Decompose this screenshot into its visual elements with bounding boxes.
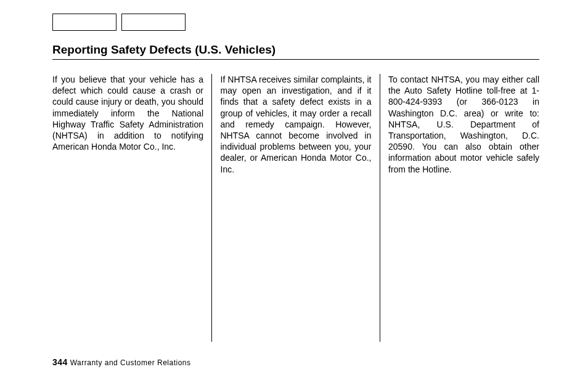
column-3: To contact NHTSA, you may either call th…: [388, 74, 539, 342]
body-columns: If you believe that your vehicle has a d…: [52, 74, 539, 342]
column-1: If you believe that your vehicle has a d…: [52, 74, 203, 342]
page-title: Reporting Safety Defects (U.S. Vehicles): [52, 43, 276, 57]
column-2: If NHTSA receives similar com­plaints, i…: [221, 74, 372, 342]
nav-button-next[interactable]: [121, 14, 186, 31]
page-footer: 344 Warranty and Customer Relations: [52, 357, 191, 367]
title-rule: [52, 59, 539, 60]
page-number: 344: [52, 357, 68, 367]
column-separator: [211, 74, 212, 342]
nav-button-prev[interactable]: [52, 14, 116, 31]
nav-button-group: [52, 14, 186, 31]
footer-section: Warranty and Customer Relations: [70, 358, 191, 367]
column-separator: [380, 74, 380, 342]
